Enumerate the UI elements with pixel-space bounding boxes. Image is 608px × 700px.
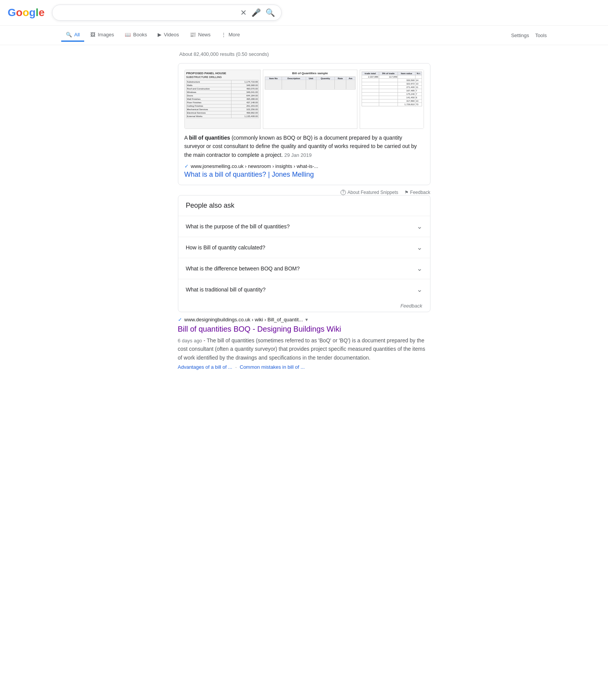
about-featured-snippets-link[interactable]: ? About Featured Snippets <box>341 190 398 195</box>
paa-question-4: What is traditional bill of quantity? <box>186 287 266 293</box>
snippet-breadcrumb: www.jonesmelling.co.uk › newsroom › insi… <box>191 163 318 169</box>
snippet-text: A bill of quantities (commonly known as … <box>184 133 424 160</box>
result-2-links: Advantages of a bill of ... · Common mis… <box>178 364 430 370</box>
books-icon: 📖 <box>125 32 131 37</box>
paa-question-3: What is the difference between BOQ and B… <box>186 265 300 272</box>
people-also-ask-box: People also ask What is the purpose of t… <box>178 195 430 312</box>
google-logo[interactable]: Google <box>8 7 44 19</box>
videos-icon: ▶ <box>158 32 161 37</box>
paa-question-2: How is Bill of quantity calculated? <box>186 244 266 251</box>
header: Google bill of quantities ✕ 🎤 🔍 <box>0 0 608 45</box>
paa-question-1: What is the purpose of the bill of quant… <box>186 223 290 230</box>
microphone-icon: 🎤 <box>251 8 261 17</box>
snippet-feedback-button[interactable]: ⚑ Feedback <box>404 190 430 195</box>
chevron-down-icon-1: ⌄ <box>417 222 422 231</box>
paa-item-4[interactable]: What is traditional bill of quantity? ⌄ <box>178 279 430 300</box>
snippet-url: ✓ www.jonesmelling.co.uk › newsroom › in… <box>184 163 424 169</box>
tab-videos[interactable]: ▶ Videos <box>153 29 184 42</box>
tab-more[interactable]: ⋮ More <box>217 29 245 42</box>
result-2-verified-icon: ✓ <box>178 317 182 322</box>
paa-feedback-button[interactable]: Feedback <box>178 300 430 312</box>
images-icon: 🖼 <box>90 32 95 37</box>
tab-images[interactable]: 🖼 Images <box>86 29 119 42</box>
snippet-footer: ? About Featured Snippets ⚑ Feedback <box>178 190 430 195</box>
search-result-2: ✓ www.designingbuildings.co.uk › wiki › … <box>178 317 430 370</box>
result-2-title-link[interactable]: Bill of quantities BOQ - Designing Build… <box>178 324 430 334</box>
paa-item-2[interactable]: How is Bill of quantity calculated? ⌄ <box>178 237 430 258</box>
voice-search-button[interactable]: 🎤 <box>251 8 261 17</box>
close-icon: ✕ <box>240 8 247 17</box>
tab-books[interactable]: 📖 Books <box>120 29 152 42</box>
search-icon: 🔍 <box>266 8 275 17</box>
paa-item-3[interactable]: What is the difference between BOQ and B… <box>178 258 430 279</box>
snippet-result-link[interactable]: What is a bill of quantities? | Jones Me… <box>184 171 424 179</box>
search-input[interactable]: bill of quantities <box>59 9 236 16</box>
search-icon-small: 🔍 <box>66 32 72 37</box>
nav-tabs: 🔍 All 🖼 Images 📖 Books ▶ Videos 📰 News ⋮… <box>0 26 608 45</box>
tools-link[interactable]: Tools <box>535 33 547 38</box>
search-button[interactable]: 🔍 <box>266 8 275 17</box>
chevron-down-icon-3: ⌄ <box>417 264 422 273</box>
paa-title: People also ask <box>178 195 430 216</box>
chevron-down-icon-2: ⌄ <box>417 243 422 252</box>
tab-all[interactable]: 🔍 All <box>61 29 84 42</box>
featured-snippet: PROPOSED PANEL HOUSE SUBSTRUCTURE DRILLI… <box>178 63 430 185</box>
results-count: About 82,400,000 results (0.50 seconds) <box>178 51 430 57</box>
result-2-link-advantages[interactable]: Advantages of a bill of ... <box>178 364 232 370</box>
result-2-url-row: ✓ www.designingbuildings.co.uk › wiki › … <box>178 317 430 322</box>
dots-icon: ⋮ <box>221 32 226 37</box>
tab-news[interactable]: 📰 News <box>185 29 215 42</box>
paa-item-1[interactable]: What is the purpose of the bill of quant… <box>178 216 430 237</box>
result-2-separator: · <box>235 364 237 370</box>
feedback-icon: ⚑ <box>404 190 409 195</box>
result-2-breadcrumb: www.designingbuildings.co.uk › wiki › Bi… <box>184 317 303 322</box>
news-icon: 📰 <box>190 32 196 37</box>
chevron-down-icon-4: ⌄ <box>417 285 422 294</box>
snippet-date: 29 Jan 2019 <box>284 152 312 158</box>
settings-link[interactable]: Settings <box>511 33 529 38</box>
result-2-link-mistakes[interactable]: Common mistakes in bill of ... <box>240 364 305 370</box>
clear-search-button[interactable]: ✕ <box>240 8 247 17</box>
result-2-date: 6 days ago <box>178 338 202 343</box>
main-content: About 82,400,000 results (0.50 seconds) … <box>0 45 608 385</box>
question-icon: ? <box>341 190 346 195</box>
result-2-dropdown-button[interactable]: ▾ <box>305 317 308 322</box>
verified-checkmark: ✓ <box>184 163 189 169</box>
result-2-snippet: 6 days ago - The bill of quantities (som… <box>178 336 430 362</box>
